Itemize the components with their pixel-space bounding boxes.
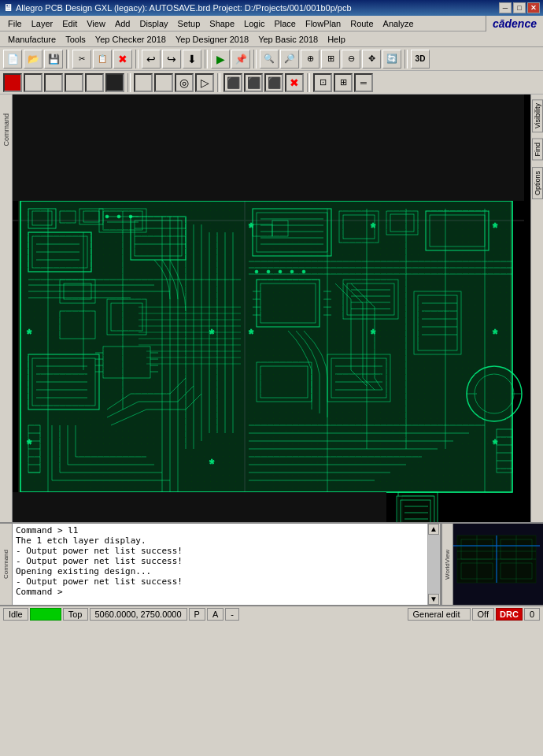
title-text: Allegro PCB Design GXL (legacy): AUTOSAV… — [16, 3, 352, 13]
toolbar2-sep-2 — [217, 73, 220, 92]
menu-setup[interactable]: Setup — [173, 17, 205, 30]
minimize-button[interactable]: ─ — [499, 2, 512, 13]
console-line-2: The 1 etch layer display. — [16, 536, 424, 546]
menu-logic[interactable]: Logic — [239, 17, 269, 30]
svg-rect-177 — [13, 492, 386, 522]
console-output[interactable]: Command > l1 The 1 etch layer display. -… — [13, 524, 428, 605]
menu-edit[interactable]: Edit — [57, 17, 82, 30]
toolbar-delete[interactable]: ✖ — [113, 50, 132, 69]
status-drc: DRC — [496, 608, 523, 621]
console-scrollbar[interactable]: ▲ ▼ — [428, 524, 441, 605]
toolbar-zoom-area[interactable]: ⊞ — [321, 50, 340, 69]
worldview-label: WorldView — [444, 550, 451, 580]
menu-analyze[interactable]: Analyze — [379, 17, 419, 30]
toolbar-sep-3 — [205, 50, 208, 69]
maximize-button[interactable]: □ — [513, 2, 526, 13]
canvas-area[interactable]: * * * * — [13, 94, 530, 522]
menu-route[interactable]: Route — [345, 17, 378, 30]
toolbar-open[interactable]: 📂 — [24, 50, 42, 69]
worldview-panel: WorldView — [441, 524, 543, 605]
toolbar2-btn11[interactable]: ⬛ — [223, 73, 242, 92]
toolbar-pin[interactable]: 📌 — [231, 50, 250, 69]
toolbar2-btn8[interactable] — [154, 73, 173, 92]
titlebar: 🖥 Allegro PCB Design GXL (legacy): AUTOS… — [0, 0, 543, 16]
menubar-primary: File Layer Edit View Add Display Setup S… — [0, 16, 543, 32]
status-layer: Top — [63, 608, 88, 621]
toolbar-down[interactable]: ⬇ — [183, 50, 201, 69]
toolbar2-btn6[interactable] — [105, 73, 124, 92]
toolbar-copy[interactable]: 📋 — [93, 50, 112, 69]
menu-layer[interactable]: Layer — [27, 17, 58, 30]
worldview-svg — [453, 524, 543, 605]
menu-yep-basic[interactable]: Yep Basic 2018 — [253, 33, 323, 46]
toolbar-run[interactable]: ▶ — [211, 50, 230, 69]
menu-tools[interactable]: Tools — [61, 33, 90, 46]
toolbar-3d[interactable]: 3D — [411, 50, 430, 69]
console-line-4: - Output power net list success! — [16, 556, 424, 566]
left-sidebar: Command — [0, 94, 13, 522]
status-coords: 5060.0000, 2750.0000 — [90, 608, 187, 621]
console-line-1: Command > l1 — [16, 525, 424, 536]
menu-place[interactable]: Place — [269, 17, 301, 30]
toolbar2-btn9[interactable]: ◎ — [175, 73, 194, 92]
toolbar-zoom-out[interactable]: 🔎 — [280, 50, 299, 69]
toolbar-save[interactable]: 💾 — [44, 50, 63, 69]
console-line-3: - Output power net list success! — [16, 546, 424, 556]
toolbar2-btn4[interactable] — [65, 73, 83, 92]
tab-find[interactable]: Find — [532, 139, 543, 161]
toolbar2-btn14[interactable]: ✖ — [285, 73, 304, 92]
toolbar2-btn3[interactable] — [44, 73, 63, 92]
menu-yep-designer[interactable]: Yep Designer 2018 — [171, 33, 253, 46]
worldview-canvas — [453, 524, 543, 605]
toolbar-cut[interactable]: ✂ — [72, 50, 91, 69]
toolbar2-btn7[interactable] — [134, 73, 153, 92]
svg-rect-176 — [13, 94, 524, 201]
toolbar-refresh[interactable]: 🔄 — [382, 50, 401, 69]
svg-rect-175 — [20, 201, 512, 492]
toolbar-zoom-prev[interactable]: ⊖ — [342, 50, 360, 69]
toolbar2-btn17[interactable]: ═ — [354, 73, 373, 92]
menu-display[interactable]: Display — [135, 17, 172, 30]
toolbar2-btn5[interactable] — [85, 73, 104, 92]
menu-manufacture[interactable]: Manufacture — [3, 33, 61, 46]
toolbar-pan[interactable]: ✥ — [362, 50, 381, 69]
scroll-up-button[interactable]: ▲ — [428, 524, 439, 535]
scroll-down-button[interactable]: ▼ — [428, 594, 439, 605]
console-line-5: Opening existing design... — [16, 566, 424, 576]
menu-help[interactable]: Help — [323, 33, 350, 46]
right-panel: Visibility Find Options — [530, 94, 543, 522]
toolbar-sep-1 — [66, 50, 69, 69]
toolbar-zoom-in[interactable]: 🔍 — [260, 50, 279, 69]
menubar-secondary: Manufacture Tools Yep Checker 2018 Yep D… — [0, 32, 543, 47]
toolbar2-btn12[interactable]: ⬛ — [244, 73, 263, 92]
tab-options[interactable]: Options — [532, 167, 543, 199]
menu-file[interactable]: File — [3, 17, 27, 30]
toolbar2-sep-1 — [127, 73, 131, 92]
status-dash: - — [225, 608, 239, 621]
menu-view[interactable]: View — [82, 17, 110, 30]
menu-add[interactable]: Add — [110, 17, 135, 30]
console-line-6: - Output power net list success! — [16, 576, 424, 587]
toolbar-new[interactable]: 📄 — [3, 50, 22, 69]
cadence-logo: cādence — [486, 16, 543, 32]
toolbar2-btn16[interactable]: ⊞ — [334, 73, 353, 92]
toolbar-secondary: ◎ ▷ ⬛ ⬛ ⬛ ✖ ⊡ ⊞ ═ — [0, 71, 543, 94]
toolbar2-btn13[interactable]: ⬛ — [264, 73, 283, 92]
toolbar2-btn10[interactable]: ▷ — [195, 73, 214, 92]
toolbar2-btn2[interactable] — [24, 73, 42, 92]
toolbar2-btn1[interactable] — [3, 73, 22, 92]
statusbar: Idle Top 5060.0000, 2750.0000 P A - Gene… — [0, 605, 543, 622]
toolbar-sep-4 — [253, 50, 257, 69]
tab-visibility[interactable]: Visibility — [532, 99, 543, 132]
toolbar-undo[interactable]: ↩ — [142, 50, 161, 69]
close-button[interactable]: ✕ — [527, 2, 540, 13]
menu-yep-checker[interactable]: Yep Checker 2018 — [90, 33, 171, 46]
console-side-label: Command — [2, 550, 9, 579]
toolbar-redo[interactable]: ↪ — [162, 50, 181, 69]
status-idle: Idle — [3, 608, 28, 621]
menu-flowplan[interactable]: FlowPlan — [301, 17, 345, 30]
toolbar2-btn15[interactable]: ⊡ — [313, 73, 332, 92]
menu-shape[interactable]: Shape — [205, 17, 239, 30]
main-layout: Command — [0, 94, 543, 522]
toolbar-zoom-fit[interactable]: ⊕ — [301, 50, 320, 69]
